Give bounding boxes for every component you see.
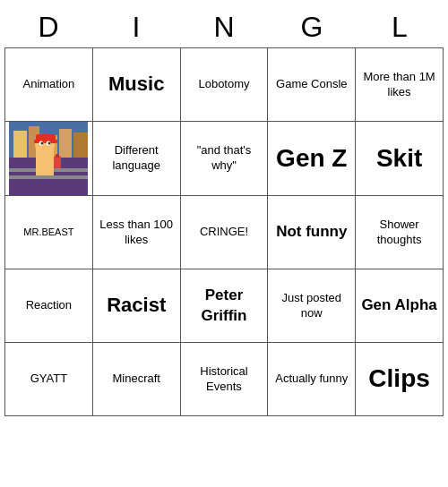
cell-r2c4[interactable]: Gen Z [268, 122, 356, 196]
cell-r3c3[interactable]: CRINGE! [181, 196, 269, 269]
cell-r3c4[interactable]: Not funny [268, 196, 356, 269]
cell-text-r2c3: "and that's why" [185, 143, 264, 174]
cell-r3c5[interactable]: Shower thoughts [356, 196, 444, 269]
svg-rect-9 [9, 175, 88, 179]
cell-r4c1[interactable]: Reaction [5, 269, 93, 343]
cell-r3c2[interactable]: Less than 100 likes [93, 196, 181, 269]
cell-text-r4c3: Peter Griffin [185, 286, 264, 325]
cell-text-r4c2: Racist [107, 293, 166, 319]
cell-text-r1c1: Animation [22, 77, 74, 92]
cell-r2c2[interactable]: Different language [93, 122, 181, 196]
cell-r3c1[interactable]: MR.BEAST [5, 196, 93, 269]
cell-text-r4c1: Reaction [26, 298, 72, 313]
cell-r5c3[interactable]: Historical Events [181, 343, 269, 416]
cell-r4c5[interactable]: Gen Alpha [356, 269, 444, 343]
cell-r1c3[interactable]: Lobotomy [181, 48, 269, 122]
cell-text-r1c2: Music [108, 72, 164, 98]
cell-r2c5[interactable]: Skit [356, 122, 444, 196]
cell-text-r1c3: Lobotomy [198, 77, 249, 92]
svg-rect-19 [56, 154, 59, 158]
cell-r5c5[interactable]: Clips [356, 343, 444, 416]
cell-text-r3c5: Shower thoughts [359, 218, 439, 248]
cell-r2c3[interactable]: "and that's why" [181, 122, 269, 196]
cell-text-r3c1: MR.BEAST [23, 226, 73, 238]
cell-r1c1[interactable]: Animation [5, 48, 93, 122]
cell-r4c2[interactable]: Racist [93, 269, 181, 343]
cell-text-r2c4: Gen Z [276, 142, 347, 175]
cell-text-r4c4: Just posted now [271, 291, 351, 321]
bingo-card: D I N G L Animation Music Lobotomy Game … [4, 7, 444, 416]
cell-text-r5c1: GYATT [30, 372, 67, 387]
cell-r1c2[interactable]: Music [93, 48, 181, 122]
header-d: D [4, 7, 92, 47]
cell-text-r5c5: Clips [368, 363, 429, 395]
cell-text-r2c2: Different language [97, 143, 177, 174]
cell-r5c4[interactable]: Actually funny [268, 343, 356, 416]
cell-text-r1c5: More than 1M likes [359, 70, 439, 100]
svg-rect-5 [59, 129, 72, 158]
svg-rect-18 [54, 156, 61, 168]
cell-text-r5c2: Minecraft [112, 372, 159, 387]
cell-text-r4c5: Gen Alpha [361, 295, 436, 315]
svg-rect-13 [34, 140, 57, 143]
cell-text-r1c4: Game Consle [276, 77, 347, 92]
cell-r1c5[interactable]: More than 1M likes [356, 48, 444, 122]
cell-r5c1[interactable]: GYATT [5, 343, 93, 416]
cell-text-r5c3: Historical Events [185, 364, 264, 395]
header-g: G [268, 7, 356, 47]
cell-text-r2c5: Skit [376, 142, 422, 175]
subway-surfers-image [9, 122, 88, 195]
svg-rect-2 [13, 131, 27, 158]
cell-r1c4[interactable]: Game Consle [268, 48, 356, 122]
cell-text-r3c3: CRINGE! [200, 225, 248, 240]
cell-text-r3c4: Not funny [276, 222, 347, 242]
bingo-grid: Animation Music Lobotomy Game Consle Mor… [4, 47, 444, 416]
header-i: I [92, 7, 180, 47]
svg-point-17 [48, 142, 51, 145]
cell-r4c3[interactable]: Peter Griffin [181, 269, 269, 343]
cell-text-r5c4: Actually funny [275, 372, 348, 387]
cell-r2c1[interactable] [5, 122, 93, 196]
svg-point-16 [41, 142, 44, 145]
svg-rect-6 [73, 132, 88, 158]
header-n: N [180, 7, 268, 47]
header-l: L [356, 7, 444, 47]
header-row: D I N G L [4, 7, 444, 47]
cell-r5c2[interactable]: Minecraft [93, 343, 181, 416]
cell-text-r3c2: Less than 100 likes [97, 218, 177, 248]
cell-r4c4[interactable]: Just posted now [268, 269, 356, 343]
